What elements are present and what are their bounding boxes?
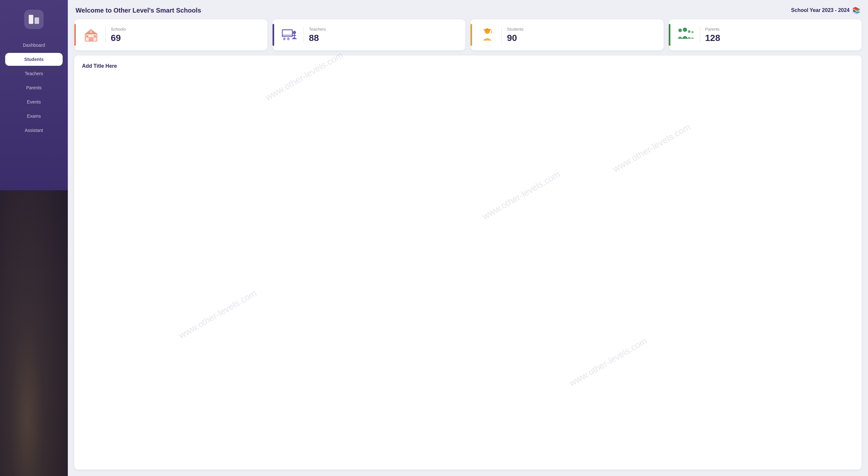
stats-row: Schools 69	[74, 19, 862, 50]
schools-info: Schools 69	[111, 27, 126, 43]
schools-stat-card: Schools 69	[74, 19, 268, 50]
school-year-label: School Year 2023 - 2024	[791, 7, 849, 13]
parents-stat-card: Parents 128	[669, 19, 862, 50]
logo	[24, 10, 43, 29]
content-card: Add Title Here	[74, 56, 862, 470]
svg-rect-5	[89, 37, 94, 41]
schools-value: 69	[111, 33, 126, 43]
students-label: Students	[507, 27, 523, 32]
sidebar: Dashboard Students Teachers Parents Even…	[0, 0, 68, 476]
students-card-border	[470, 24, 472, 45]
page-title: Welcome to Other Level's Smart Schools	[75, 7, 201, 14]
sidebar-item-exams[interactable]: Exams	[5, 110, 63, 123]
parents-divider	[700, 27, 700, 43]
sidebar-item-parents[interactable]: Parents	[5, 81, 63, 94]
school-year-info: School Year 2023 - 2024 📚	[791, 6, 860, 14]
svg-point-23	[683, 28, 687, 32]
svg-point-17	[287, 37, 289, 40]
svg-point-21	[491, 32, 492, 33]
parents-icon-container	[677, 26, 694, 44]
sidebar-item-events[interactable]: Events	[5, 96, 63, 108]
parents-icon	[677, 27, 694, 43]
students-icon-container	[478, 26, 496, 44]
svg-point-25	[691, 31, 693, 33]
teachers-value: 88	[309, 33, 326, 43]
parents-card-border	[669, 24, 671, 45]
school-year-icon: 📚	[852, 6, 860, 14]
svg-point-22	[678, 28, 682, 32]
parents-label: Parents	[705, 27, 720, 32]
parents-value: 128	[705, 33, 720, 43]
teachers-card-border	[273, 24, 274, 45]
svg-rect-11	[282, 30, 292, 36]
sidebar-item-assistant[interactable]: Assistant	[5, 124, 63, 137]
schools-divider	[105, 27, 105, 43]
students-value: 90	[507, 33, 523, 43]
teachers-divider	[304, 27, 304, 43]
students-stat-card: Students 90	[470, 19, 663, 50]
students-icon	[479, 27, 496, 43]
sidebar-item-dashboard[interactable]: Dashboard	[5, 39, 63, 52]
svg-rect-1	[35, 18, 39, 24]
content-card-title: Add Title Here	[82, 63, 117, 69]
students-info: Students 90	[507, 27, 523, 43]
teachers-info: Teachers 88	[309, 27, 326, 43]
sidebar-background-photo	[0, 190, 68, 476]
sidebar-item-students[interactable]: Students	[5, 53, 63, 66]
nav-menu: Dashboard Students Teachers Parents Even…	[0, 39, 68, 137]
svg-rect-9	[90, 31, 92, 33]
svg-point-16	[283, 37, 285, 40]
teachers-icon	[281, 27, 298, 43]
schools-icon	[83, 27, 99, 43]
parents-info: Parents 128	[705, 27, 720, 43]
logo-icon	[26, 11, 42, 27]
svg-rect-6	[86, 35, 88, 37]
schools-card-border	[74, 24, 76, 45]
schools-icon-container	[82, 26, 100, 44]
svg-marker-19	[483, 28, 492, 31]
students-divider	[501, 27, 502, 43]
teachers-label: Teachers	[309, 27, 326, 32]
main-content: Welcome to Other Level's Smart Schools S…	[68, 0, 868, 476]
svg-point-24	[688, 30, 690, 33]
sidebar-item-teachers[interactable]: Teachers	[5, 67, 63, 80]
schools-label: Schools	[111, 27, 126, 32]
teachers-stat-card: Teachers 88	[273, 19, 466, 50]
teachers-icon-container	[280, 26, 299, 44]
header: Welcome to Other Level's Smart Schools S…	[74, 6, 862, 14]
svg-point-13	[292, 31, 296, 34]
svg-rect-7	[94, 35, 96, 37]
